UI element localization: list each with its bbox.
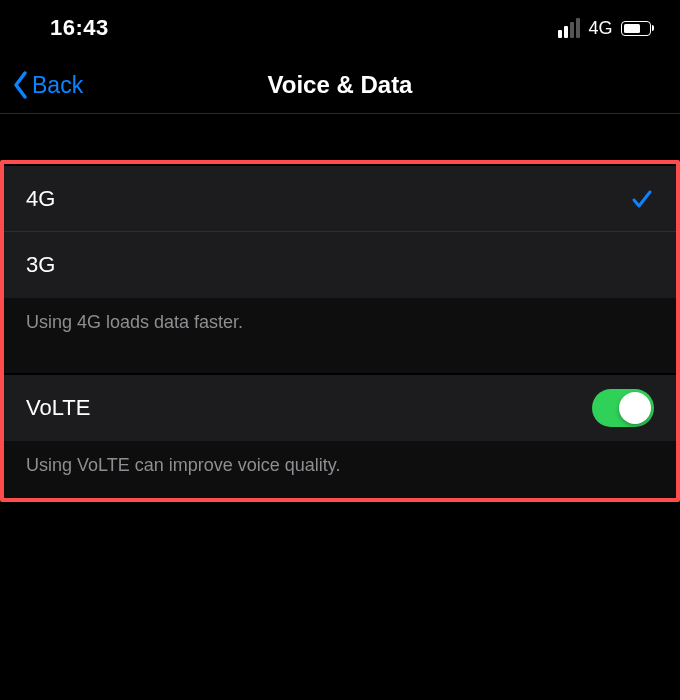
network-mode-footer: Using 4G loads data faster.	[4, 298, 676, 373]
status-time: 16:43	[50, 15, 109, 41]
back-label: Back	[32, 72, 83, 99]
navigation-bar: Back Voice & Data	[0, 56, 680, 114]
status-bar: 16:43 4G	[0, 0, 680, 56]
network-option-3g[interactable]: 3G	[4, 232, 676, 298]
volte-label: VoLTE	[26, 395, 90, 421]
page-title: Voice & Data	[0, 71, 680, 99]
option-label: 3G	[26, 252, 55, 278]
volte-toggle[interactable]	[592, 389, 654, 427]
network-mode-group: 4G 3G	[4, 166, 676, 298]
checkmark-icon	[630, 187, 654, 211]
cellular-signal-icon	[558, 18, 580, 38]
back-button[interactable]: Back	[0, 70, 83, 100]
battery-icon	[621, 21, 655, 36]
toggle-knob	[619, 392, 651, 424]
volte-footer: Using VoLTE can improve voice quality.	[4, 441, 676, 498]
network-option-4g[interactable]: 4G	[4, 166, 676, 232]
highlight-annotation: 4G 3G Using 4G loads data faster. VoLTE …	[0, 160, 680, 502]
volte-row[interactable]: VoLTE	[4, 375, 676, 441]
option-label: 4G	[26, 186, 55, 212]
volte-group: VoLTE	[4, 375, 676, 441]
chevron-left-icon	[12, 70, 30, 100]
status-indicators: 4G	[558, 18, 654, 39]
network-type-label: 4G	[588, 18, 612, 39]
content-area: 4G 3G Using 4G loads data faster. VoLTE …	[0, 114, 680, 502]
